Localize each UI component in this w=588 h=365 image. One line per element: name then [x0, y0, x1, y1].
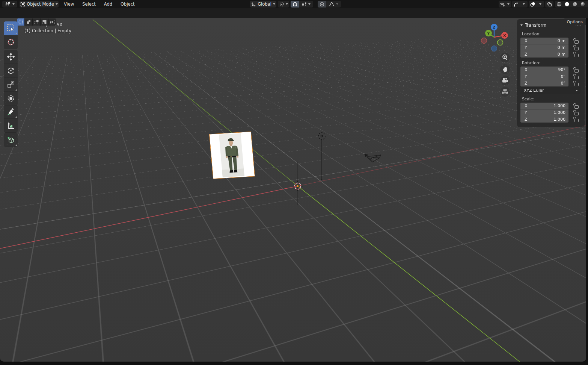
rotation-mode-dropdown[interactable]: XYZ Euler — [520, 87, 580, 94]
menu-object[interactable]: Object — [119, 2, 136, 7]
rotation-x-row: X 90° — [520, 67, 581, 73]
rotation-z-lock-button[interactable] — [574, 81, 579, 86]
select-mode-subtract-button[interactable] — [33, 18, 41, 26]
menu-add[interactable]: Add — [103, 2, 114, 7]
chevron-down-icon — [336, 3, 338, 5]
tool-move-button[interactable] — [4, 50, 18, 64]
location-z-lock-button[interactable] — [574, 52, 579, 57]
snap-toggle-button[interactable] — [291, 1, 299, 8]
material-preview-icon — [572, 2, 577, 7]
zoom-view-button[interactable] — [500, 53, 510, 62]
location-y-lock-button[interactable] — [574, 45, 579, 50]
axis-value: 0 m — [558, 45, 565, 50]
editor-type-selector[interactable] — [2, 1, 17, 8]
object-visibility-dropdown[interactable] — [499, 1, 511, 8]
axis-label: Y — [525, 45, 558, 50]
scale-x-field[interactable]: X 1.000 — [520, 103, 568, 109]
location-y-field[interactable]: Y 0 m — [520, 44, 568, 51]
3d-viewport[interactable]: User Perspective (1) Collection | Empty — [0, 18, 586, 362]
location-z-field[interactable]: Z 0 m — [520, 51, 568, 58]
gizmos-dropdown[interactable] — [520, 1, 528, 8]
menu-view[interactable]: View — [62, 2, 75, 7]
shading-rendered-button[interactable] — [579, 1, 586, 8]
show-overlays-toggle[interactable] — [529, 1, 537, 8]
location-section-label: Location: — [522, 32, 581, 36]
tool-add-cube-button[interactable] — [4, 133, 18, 147]
point-light-object[interactable] — [317, 131, 327, 182]
rotation-y-field[interactable]: Y 0° — [520, 73, 568, 80]
pan-view-button[interactable] — [500, 64, 510, 74]
camera-object[interactable] — [361, 150, 384, 167]
rotation-x-lock-button[interactable] — [574, 67, 579, 73]
tool-select-box-button[interactable] — [4, 21, 18, 35]
panel-collapse-chevron-icon[interactable] — [520, 24, 523, 26]
tool-rotate-button[interactable] — [4, 64, 18, 78]
snap-target-dropdown[interactable] — [299, 1, 313, 8]
tool-annotate-button[interactable] — [4, 105, 18, 119]
mode-selector-dropdown[interactable]: Object Mode — [20, 1, 59, 8]
rotation-mode-value: XYZ Euler — [524, 88, 576, 93]
tool-cursor-button[interactable] — [4, 35, 18, 49]
axis-value: 0 m — [558, 52, 565, 57]
gizmo-negative-y-ball[interactable] — [498, 40, 503, 45]
scale-y-lock-button[interactable] — [574, 110, 579, 115]
add-cube-icon — [7, 136, 15, 144]
image-empty-object[interactable] — [210, 132, 255, 179]
camera-view-button[interactable] — [500, 76, 510, 85]
viewport-context-label: (1) Collection | Empty — [24, 28, 71, 33]
transform-orientation-dropdown[interactable]: Global — [250, 1, 276, 8]
chevron-down-icon — [539, 3, 541, 5]
snap-increment-icon — [302, 2, 307, 7]
scale-x-lock-button[interactable] — [574, 103, 579, 109]
chevron-down-icon — [286, 3, 288, 5]
toggle-xray-button[interactable] — [545, 1, 553, 8]
overlays-controls — [529, 1, 544, 8]
shading-solid-button[interactable] — [563, 1, 571, 8]
toolbar-group-select — [4, 21, 18, 49]
scale-y-field[interactable]: Y 1.000 — [520, 109, 568, 116]
location-x-field[interactable]: X 0 m — [520, 38, 568, 44]
rotation-z-field[interactable]: Z 0° — [520, 80, 568, 86]
select-mode-invert-button[interactable] — [41, 18, 48, 26]
axis-label: X — [525, 38, 558, 43]
proportional-edit-toggle[interactable] — [318, 1, 326, 8]
subtool-indicator — [15, 89, 17, 91]
object-mode-icon — [20, 2, 25, 7]
unlock-icon — [574, 83, 579, 86]
location-x-lock-button[interactable] — [574, 38, 579, 44]
gizmo-y-label: Y — [487, 31, 490, 35]
select-box-icon — [7, 24, 15, 32]
axis-value: 1.000 — [554, 110, 566, 115]
gizmo-negative-z-ball[interactable] — [492, 46, 497, 51]
shading-dropdown[interactable] — [586, 1, 588, 8]
scale-z-lock-button[interactable] — [574, 117, 579, 122]
view-navigation-gizmo[interactable]: Z Y X — [479, 22, 511, 53]
pivot-point-dropdown[interactable] — [278, 1, 289, 8]
move-icon — [7, 53, 15, 61]
options-button[interactable]: Options — [564, 18, 586, 25]
rotation-y-lock-button[interactable] — [574, 74, 579, 79]
overlays-dropdown[interactable] — [537, 1, 544, 8]
shading-material-button[interactable] — [571, 1, 579, 8]
rotation-x-field[interactable]: X 90° — [520, 67, 568, 73]
shading-wireframe-button[interactable] — [555, 1, 563, 8]
select-mode-extend-button[interactable] — [25, 18, 33, 26]
falloff-dropdown[interactable] — [326, 1, 341, 8]
gizmo-negative-x-ball[interactable] — [481, 38, 487, 44]
orientation-label: Global — [258, 2, 271, 7]
scale-z-field[interactable]: Z 1.000 — [520, 116, 568, 123]
toggle-orthographic-button[interactable] — [500, 87, 510, 97]
axis-label: X — [525, 103, 554, 108]
unlock-icon — [574, 69, 579, 73]
chevron-down-icon — [576, 90, 578, 91]
show-gizmos-toggle[interactable] — [512, 1, 520, 8]
tool-measure-button[interactable] — [4, 119, 18, 133]
menu-select[interactable]: Select — [81, 2, 97, 7]
select-mode-set-button[interactable] — [17, 18, 25, 26]
select-mode-intersect-button[interactable] — [48, 18, 56, 26]
chevron-down-icon — [308, 3, 311, 5]
location-z-row: Z 0 m — [520, 51, 581, 58]
reference-photo-man-in-uniform — [210, 132, 255, 179]
tool-transform-button[interactable] — [4, 92, 18, 106]
tool-scale-button[interactable] — [4, 78, 18, 92]
